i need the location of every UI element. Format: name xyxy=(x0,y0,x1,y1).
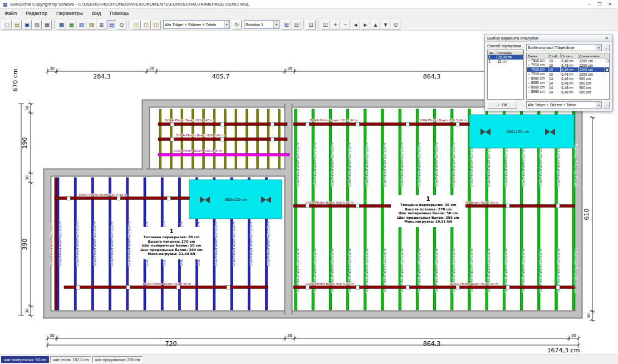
dialog-close-icon[interactable]: ✕ xyxy=(604,36,610,41)
toolbar-separator xyxy=(129,20,129,29)
pan-left-button[interactable]: ◄ xyxy=(351,20,360,29)
svg-text:DOKA Pfeifer Beam H20 3,30 m: DOKA Pfeifer Beam H20 3,30 m xyxy=(557,142,560,186)
beam-tool-button[interactable]: ◫ xyxy=(131,20,141,29)
svg-text:30: 30 xyxy=(287,333,292,338)
table-row[interactable]: ✓8980 cm146,48 m³900 cm xyxy=(527,90,610,94)
rotation-select[interactable]: Rotation 1▼ xyxy=(244,20,279,29)
chevron-down-icon[interactable]: ▼ xyxy=(224,21,229,28)
column-header[interactable]: Балка xyxy=(527,54,548,58)
check-icon: ✓ xyxy=(497,103,501,107)
beam-variant-table[interactable]: БалкаСтой...Остато...Длина компо...✓7910… xyxy=(527,53,609,94)
zoom-out-button[interactable]: − xyxy=(341,20,350,29)
support-tool-button[interactable]: ◫ xyxy=(141,20,151,29)
zoom-window-button[interactable]: ⊡ xyxy=(321,20,330,29)
new-document-button[interactable]: ▢ xyxy=(2,20,12,29)
table-view-button[interactable]: ≣ xyxy=(97,20,106,29)
zoom-select-button[interactable]: ⊙ xyxy=(117,20,126,29)
svg-text:30: 30 xyxy=(287,66,292,71)
chevron-down-icon[interactable]: ▼ xyxy=(596,102,601,108)
save-button[interactable]: ▣ xyxy=(22,20,32,29)
dialog-title-bar[interactable]: Выбор варианта опалубки ✕ xyxy=(485,35,612,42)
table-row[interactable]: ✓8980 cm146,48 m³900 cm xyxy=(527,76,610,81)
svg-text:DOKA Pfeifer Beam H20 3,30 m: DOKA Pfeifer Beam H20 3,30 m xyxy=(348,142,351,186)
print-button[interactable]: ▥ xyxy=(32,20,42,29)
maximize-button[interactable]: ❐ xyxy=(597,2,601,7)
display-filter-select[interactable]: Alle Träger + Stützen + Tafeln ▼ xyxy=(526,101,602,109)
variant-checkbox[interactable] xyxy=(606,68,609,71)
application-window: ▦ EuroSchal Copyright by Schewe - C:\USE… xyxy=(0,0,618,364)
svg-text:30: 30 xyxy=(25,175,30,180)
support-view-button[interactable]: ▨ xyxy=(87,20,96,29)
display-mode-select-value: Alle Träger + Stützen + Tafeln xyxy=(164,23,224,27)
pan-up-button[interactable]: ▲ xyxy=(371,20,380,29)
open-file-button[interactable]: ▤ xyxy=(12,20,22,29)
beam-variant-listbox[interactable]: БалкаСтой...Остато...Длина компо...✓7910… xyxy=(526,53,610,100)
svg-text:1: 1 xyxy=(170,228,174,234)
variant-check-icon: ✓ xyxy=(528,63,531,67)
table-row[interactable]: ✓7910 cm106,48 m³1260 cm xyxy=(527,72,610,76)
table-row[interactable]: ✓7910 cm106,48 m³1260 cm xyxy=(527,63,610,67)
svg-text:405,7: 405,7 xyxy=(212,73,230,80)
minimize-button[interactable]: ─ xyxy=(587,2,591,7)
svg-text:720: 720 xyxy=(165,340,177,347)
svg-text:30: 30 xyxy=(25,308,30,313)
display-mode-select[interactable]: Alle Träger + Stützen + Tafeln▼ xyxy=(163,20,230,29)
formwork-variant-dialog: Выбор варианта опалубки ✕ Способ сортиро… xyxy=(484,34,612,111)
svg-text:30: 30 xyxy=(50,66,55,71)
ok-button[interactable]: ✓ OK xyxy=(487,101,517,109)
table-row[interactable]: 161 m² xyxy=(488,60,523,64)
menu-item-file[interactable]: Файл xyxy=(0,11,21,16)
table-row[interactable]: ✓7910 cm106,48 m³1260 cm xyxy=(527,67,610,72)
menu-item-help[interactable]: Помощь xyxy=(105,11,134,16)
table-row[interactable]: ✓8980 cm146,48 m³900 cm xyxy=(527,85,610,90)
column-header[interactable]: Остато... xyxy=(561,54,578,58)
beam-view-button[interactable]: ▧ xyxy=(77,20,86,29)
close-button[interactable]: ✕ xyxy=(608,2,612,7)
sort-order-select[interactable]: Sortierung nach Trägerlänge ▼ xyxy=(526,44,602,51)
column-header[interactable]: За... xyxy=(488,51,497,55)
zoom-extents-button[interactable]: ⊙ xyxy=(391,20,400,29)
print-preview-button[interactable]: ▦ xyxy=(42,20,52,29)
variant-list[interactable]: За...площадь128,08 m²161 m² xyxy=(488,50,523,64)
filter-more-button[interactable]: ... xyxy=(603,101,610,109)
refresh-button[interactable]: ↻ xyxy=(232,20,242,29)
dimension-button[interactable]: ⊞ xyxy=(282,20,291,29)
chevron-down-icon[interactable]: ▼ xyxy=(596,45,601,51)
svg-text:DOKA Pfeifer Beam H20 3,30 m: DOKA Pfeifer Beam H20 3,30 m xyxy=(93,222,96,265)
slab-view-button[interactable]: ▦ xyxy=(67,20,76,29)
table-row[interactable]: 128,08 m² xyxy=(488,55,523,60)
menu-item-parameters[interactable]: Параметры xyxy=(52,11,87,16)
column-header[interactable]: площадь xyxy=(497,51,523,55)
variant-checkbox[interactable] xyxy=(606,60,609,62)
annotation-button[interactable]: ⊟ xyxy=(292,20,301,29)
wall-view-button[interactable]: ▩ xyxy=(57,20,66,29)
svg-text:864,3: 864,3 xyxy=(423,73,441,80)
pan-down-button[interactable]: ▼ xyxy=(381,20,390,29)
properties-button[interactable]: ⊡ xyxy=(306,20,316,29)
svg-text:1674,3 cm: 1674,3 cm xyxy=(547,347,580,354)
column-header[interactable]: Длина компо... xyxy=(578,54,605,58)
window-title: EuroSchal Copyright by Schewe - C:\USERS… xyxy=(11,2,585,7)
drawing-canvas[interactable]: DOKA Pfeifer Beam H20 3,30 mDOKA Pfeifer… xyxy=(0,31,618,355)
panel-tool-button[interactable]: ◫ xyxy=(151,20,161,29)
menu-item-editor[interactable]: Редактор xyxy=(21,11,52,16)
chevron-down-icon[interactable]: ▼ xyxy=(273,21,279,28)
svg-text:DOKA Pfeifer Beam H20 5,90 m: DOKA Pfeifer Beam H20 5,90 m xyxy=(79,193,127,196)
sort-more-button[interactable]: ... xyxy=(603,44,610,51)
svg-text:DOKA Pfeifer Beam H20 3,30 m: DOKA Pfeifer Beam H20 3,30 m xyxy=(435,142,438,186)
toolbar: ▢▤▣▥▦▩▦▧▨≣▤⊙◫◫◫Alle Träger + Stützen + T… xyxy=(0,18,618,31)
table-row[interactable]: ✓7910 cm106,48 m³1260 cm xyxy=(527,58,610,63)
column-header[interactable]: Стой... xyxy=(548,54,561,58)
variant-listbox[interactable]: За...площадь128,08 m²161 m² xyxy=(487,50,524,100)
pan-right-button[interactable]: ► xyxy=(361,20,370,29)
svg-text:DOKA Pfeifer Beam H20 2,45 m: DOKA Pfeifer Beam H20 2,45 m xyxy=(176,134,225,137)
menu-item-view[interactable]: Вид xyxy=(87,11,105,16)
toolbar-separator xyxy=(54,20,55,29)
status-bar: шаг поперечных: 50 cm шаг стоек: 157,1 c… xyxy=(0,355,618,364)
svg-text:300x120 cm: 300x120 cm xyxy=(507,130,529,134)
grid-view-button[interactable]: ▤ xyxy=(107,20,116,29)
variant-check-icon: ✓ xyxy=(528,76,531,80)
table-row[interactable]: ✓8980 cm146,48 m³900 cm xyxy=(527,81,610,85)
svg-text:DOKA Pfeifer Beam H20 3,30 m: DOKA Pfeifer Beam H20 3,30 m xyxy=(296,142,300,186)
zoom-in-button[interactable]: + xyxy=(331,20,340,29)
